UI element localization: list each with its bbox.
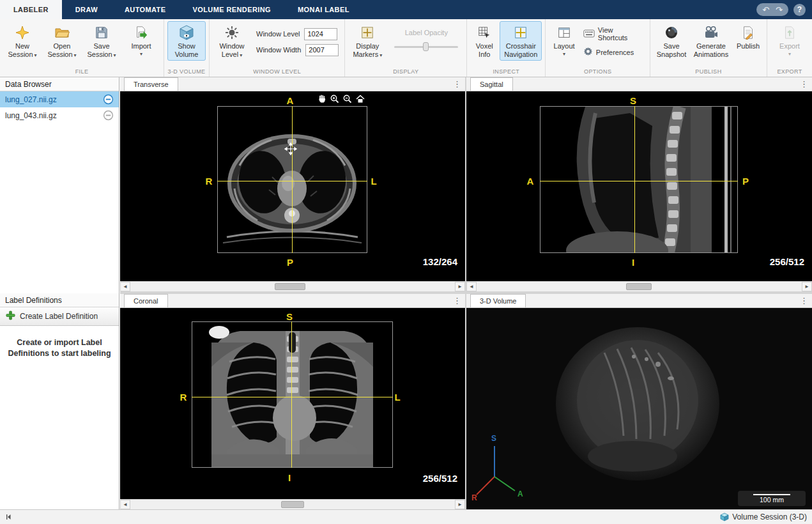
save-snapshot-button[interactable]: Save Snapshot <box>654 21 689 61</box>
scroll-right-button[interactable]: ► <box>455 282 465 291</box>
layout-button[interactable]: Layout▾ <box>549 21 579 59</box>
horizontal-splitter[interactable] <box>120 291 812 294</box>
collapse-panel-button[interactable] <box>5 513 13 521</box>
display-markers-icon <box>360 24 374 41</box>
slice-counter: 132/264 <box>423 256 457 267</box>
crosshair-vertical[interactable] <box>292 106 293 253</box>
scrollbar-thumb[interactable] <box>626 283 652 290</box>
viewport-menu-icon[interactable]: ⋮ <box>453 295 461 307</box>
orientation-label-superior: S <box>630 95 636 106</box>
window-level-input[interactable] <box>304 28 337 40</box>
tab-sagittal-view[interactable]: Sagittal <box>470 77 513 91</box>
viewport-menu-icon[interactable]: ⋮ <box>800 295 808 307</box>
scrollbar-thumb[interactable] <box>275 283 305 290</box>
crosshair-vertical[interactable] <box>634 106 635 253</box>
tab-volume-rendering[interactable]: VOLUME RENDERING <box>179 0 284 19</box>
label-definitions-panel: Label Definitions Create Label Definitio… <box>0 293 119 509</box>
pan-icon[interactable] <box>316 93 327 104</box>
scroll-left-button[interactable]: ◄ <box>466 282 477 291</box>
brightness-icon <box>224 24 240 41</box>
data-browser-header: Data Browser <box>0 77 119 91</box>
volume-canvas[interactable]: S R A 100 mm <box>466 308 812 509</box>
dropdown-icon: ▾ <box>379 52 382 58</box>
orientation-label-anterior: A <box>527 176 534 187</box>
film-icon <box>703 24 719 41</box>
tab-3d-volume-view[interactable]: 3-D Volume <box>470 294 526 307</box>
scroll-right-button[interactable]: ► <box>455 500 465 509</box>
display-markers-button[interactable]: Display Markers▾ <box>348 21 387 61</box>
publish-button[interactable]: Publish <box>733 21 763 52</box>
scroll-left-button[interactable]: ◄ <box>120 282 130 291</box>
viewport-menu-icon[interactable]: ⋮ <box>453 79 461 90</box>
undo-icon[interactable]: ↶ <box>762 6 769 14</box>
axis-s-label: S <box>491 434 496 443</box>
orientation-label-inferior: I <box>632 257 634 268</box>
list-item[interactable]: lung_027.nii.gz <box>0 91 119 107</box>
section-label-export: EXPORT <box>769 67 810 77</box>
session-type-indicator: Volume Session (3-D) <box>720 512 807 521</box>
status-bar: Volume Session (3-D) <box>0 509 812 524</box>
sagittal-canvas[interactable]: S I A P 256/512 <box>466 91 812 281</box>
remove-volume-icon[interactable] <box>103 94 114 105</box>
crosshair-navigation-toggle[interactable]: Crosshair Navigation <box>500 21 542 61</box>
tab-coronal-view[interactable]: Coronal <box>124 294 168 307</box>
zoom-out-icon[interactable] <box>342 93 353 104</box>
scroll-right-button[interactable]: ► <box>802 282 812 291</box>
slice-counter: 256/512 <box>770 256 804 267</box>
voxel-info-label: Voxel Info <box>476 42 493 58</box>
gear-icon <box>583 47 593 58</box>
coronal-canvas[interactable]: S I R L 256/512 <box>120 308 465 499</box>
tab-labeler[interactable]: LABELER <box>0 0 62 19</box>
horizontal-scrollbar[interactable]: ◄ ► <box>466 281 812 291</box>
window-level-field-label: Window Level <box>256 30 300 38</box>
tab-monai-label[interactable]: MONAI LABEL <box>284 0 363 19</box>
list-item[interactable]: lung_043.nii.gz <box>0 107 119 123</box>
data-browser-title: Data Browser <box>5 80 52 89</box>
new-session-button[interactable]: New Session▾ <box>3 21 42 61</box>
label-definitions-header: Label Definitions <box>0 293 119 307</box>
show-volume-toggle[interactable]: Show Volume <box>167 21 206 61</box>
redo-icon[interactable]: ↷ <box>776 6 783 14</box>
tab-automate[interactable]: AUTOMATE <box>111 0 180 19</box>
help-button[interactable]: ? <box>793 4 806 16</box>
save-session-button[interactable]: Save Session▾ <box>82 21 121 61</box>
open-session-button[interactable]: Open Session▾ <box>43 21 81 61</box>
horizontal-scrollbar[interactable]: ◄ ► <box>120 499 465 509</box>
import-button[interactable]: Import▾ <box>122 21 160 59</box>
session-cube-icon <box>720 512 729 521</box>
voxel-info-button[interactable]: Voxel Info <box>470 21 498 61</box>
scale-bar-label: 100 mm <box>760 497 784 504</box>
slider-thumb <box>423 42 429 51</box>
show-volume-label: Show Volume <box>175 42 199 58</box>
crosshair-vertical[interactable] <box>291 321 292 468</box>
floppy-disk-icon <box>95 24 109 41</box>
scroll-left-button[interactable]: ◄ <box>120 500 130 509</box>
volume-file-name: lung_027.nii.gz <box>5 95 57 104</box>
create-label-definition-button[interactable]: Create Label Definition <box>0 307 119 326</box>
crosshair-horizontal[interactable] <box>217 181 367 181</box>
view-shortcuts-button[interactable]: View Shortcuts <box>581 25 647 43</box>
open-session-label: Open Session <box>47 42 72 58</box>
ribbon-section-export: Export▾ EXPORT <box>767 19 812 77</box>
cube-eye-icon <box>178 24 195 41</box>
zoom-in-icon[interactable] <box>329 93 340 104</box>
viewport-sagittal: Sagittal ⋮ <box>466 77 812 291</box>
tab-draw[interactable]: DRAW <box>62 0 111 19</box>
transverse-canvas[interactable]: A P R L <box>120 91 465 281</box>
remove-volume-icon[interactable] <box>103 110 114 121</box>
coronal-image <box>192 321 393 468</box>
sagittal-tabstrip: Sagittal ⋮ <box>466 77 812 91</box>
window-level-button[interactable]: Window Level▾ <box>213 21 251 61</box>
preferences-label: Preferences <box>596 49 634 56</box>
home-icon[interactable] <box>355 93 365 104</box>
crosshair-horizontal[interactable] <box>192 397 393 397</box>
viewport-menu-icon[interactable]: ⋮ <box>800 79 808 90</box>
dropdown-icon: ▾ <box>114 52 116 58</box>
window-width-input[interactable] <box>305 44 339 56</box>
crosshair-horizontal[interactable] <box>540 181 738 181</box>
preferences-button[interactable]: Preferences <box>581 45 647 59</box>
horizontal-scrollbar[interactable]: ◄ ► <box>120 281 465 291</box>
tab-transverse-view[interactable]: Transverse <box>124 77 178 91</box>
generate-animations-button[interactable]: Generate Animations <box>691 21 732 61</box>
scrollbar-thumb[interactable] <box>281 501 304 508</box>
